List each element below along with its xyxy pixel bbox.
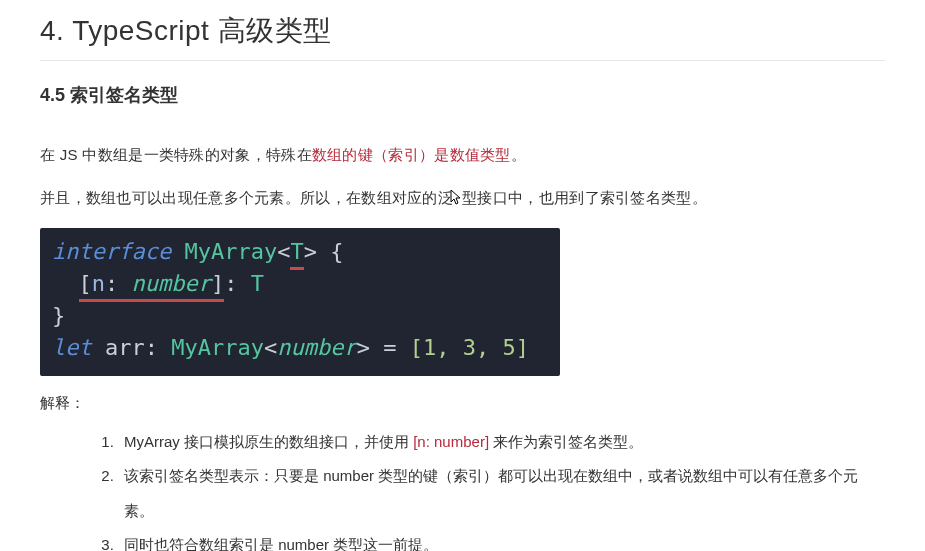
section-title: 4.5 索引签名类型 (40, 83, 885, 107)
code-type-myarray: MyArray (184, 239, 277, 264)
mouse-cursor-icon (450, 186, 462, 215)
p1-emphasis: 数组的键（索引）是数值类型 (312, 146, 511, 163)
code-eq: = (370, 335, 410, 360)
p1-text-a: 在 JS 中数组是一类特殊的对象，特殊在 (40, 146, 312, 163)
code-gt: > (304, 239, 317, 264)
paragraph-1: 在 JS 中数组是一类特殊的对象，特殊在数组的键（索引）是数值类型。 (40, 141, 885, 170)
code-colon2: : (145, 335, 172, 360)
code-type-myarray2: MyArray (171, 335, 264, 360)
p2-text-b: 型接口中，也用到了索引签名类型。 (462, 189, 707, 206)
list-item: 同时也符合数组索引是 number 类型这一前提。 (118, 528, 885, 551)
explain-list: MyArray 接口模拟原生的数组接口，并使用 [n: number] 来作为索… (40, 425, 885, 551)
list-text-a: 同时也符合数组索引是 number 类型这一前提。 (124, 536, 438, 551)
code-lt: < (277, 239, 290, 264)
code-array-literal: [1, 3, 5] (410, 335, 529, 360)
list-item: 该索引签名类型表示：只要是 number 类型的键（索引）都可以出现在数组中，或… (118, 459, 885, 528)
paragraph-2: 并且，数组也可以出现任意多个元素。所以，在数组对应的泛型接口中，也用到了索引签名… (40, 184, 885, 215)
code-kw-let: let (52, 335, 92, 360)
divider (40, 60, 885, 61)
code-space (171, 239, 184, 264)
p1-text-b: 。 (511, 146, 526, 163)
list-text-b: 来作为索引签名类型。 (489, 433, 643, 450)
code-gt2: > (357, 335, 370, 360)
code-block: interface MyArray<T> { [n: number]: T } … (40, 228, 560, 376)
code-kw-interface: interface (52, 239, 171, 264)
explain-label: 解释： (40, 394, 885, 413)
code-type-param: T (290, 239, 303, 266)
code-index-signature: [n: number] (79, 271, 225, 298)
code-colon: : (224, 271, 251, 296)
list-text-a: MyArray 接口模拟原生的数组接口，并使用 (124, 433, 413, 450)
list-text-a: 该索引签名类型表示：只要是 number 类型的键（索引）都可以出现在数组中，或… (124, 467, 858, 519)
code-brace-open: { (317, 239, 344, 264)
p2-text-a: 并且，数组也可以出现任意多个元素。所以，在数组对应的泛 (40, 189, 453, 206)
list-item: MyArray 接口模拟原生的数组接口，并使用 [n: number] 来作为索… (118, 425, 885, 460)
code-var-arr: arr (92, 335, 145, 360)
code-indent (52, 271, 79, 296)
code-value-type: T (251, 271, 264, 296)
code-lt2: < (264, 335, 277, 360)
code-brace-close: } (52, 303, 65, 328)
code-type-number: number (277, 335, 356, 360)
inline-code: [n: number] (413, 433, 489, 450)
page-title: 4. TypeScript 高级类型 (40, 12, 885, 50)
